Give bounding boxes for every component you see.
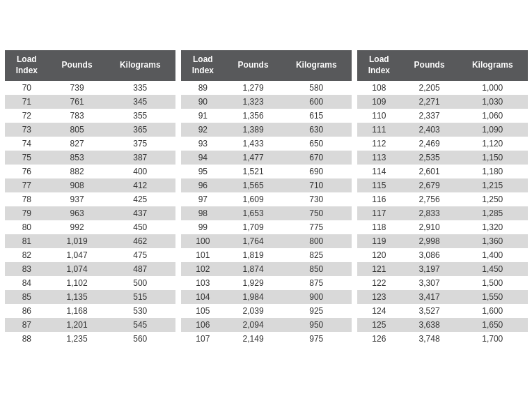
kilograms-cell: 730 [281,192,352,206]
pounds-cell: 1,709 [225,220,281,234]
kilograms-cell: 1,000 [457,81,528,95]
header-pounds: Pounds [49,50,105,80]
table-row: 1062,094950 [181,318,352,332]
kilograms-cell: 1,150 [457,151,528,165]
pounds-cell: 908 [49,178,105,192]
load-index-cell: 105 [181,304,226,318]
table-row: 77908412 [5,178,175,192]
kilograms-cell: 925 [281,304,352,318]
kilograms-cell: 1,215 [457,178,528,192]
table-row: 1162,7561,250 [357,192,528,206]
table-row: 76882400 [5,165,175,178]
kilograms-cell: 900 [281,290,352,304]
pounds-cell: 2,205 [401,81,457,95]
kilograms-cell: 365 [105,123,175,137]
load-index-cell: 122 [357,276,402,290]
load-index-cell: 84 [5,276,49,290]
table-row: 1192,9981,360 [357,234,528,248]
load-index-cell: 73 [5,123,49,137]
kilograms-cell: 1,550 [457,290,528,304]
load-index-cell: 110 [357,109,402,123]
load-index-cell: 104 [181,290,226,304]
pounds-cell: 2,039 [225,304,281,318]
tables-wrapper: LoadIndexPoundsKilograms7073933571761345… [5,50,528,345]
pounds-cell: 3,638 [401,318,457,332]
pounds-cell: 2,094 [225,318,281,332]
kilograms-cell: 1,060 [457,109,528,123]
table-row: 80992450 [5,220,175,234]
load-index-cell: 79 [5,206,49,220]
load-index-cell: 107 [181,332,226,346]
pounds-cell: 3,307 [401,276,457,290]
pounds-cell: 3,086 [401,248,457,262]
kilograms-cell: 345 [105,95,175,109]
kilograms-cell: 615 [281,109,352,123]
table-row: 1182,9101,320 [357,220,528,234]
kilograms-cell: 375 [105,137,175,151]
pounds-cell: 2,403 [401,123,457,137]
load-index-cell: 88 [5,332,49,346]
pounds-cell: 1,653 [225,206,281,220]
load-index-cell: 102 [181,262,226,276]
kilograms-cell: 1,500 [457,276,528,290]
load-index-cell: 109 [357,95,402,109]
pounds-cell: 963 [49,206,105,220]
table-row: 821,047475 [5,248,175,262]
table-row: 961,565710 [181,178,352,192]
load-index-cell: 126 [357,332,402,346]
pounds-cell: 1,074 [49,262,105,276]
pounds-cell: 1,929 [225,276,281,290]
pounds-cell: 1,201 [49,318,105,332]
load-index-cell: 77 [5,178,49,192]
load-index-cell: 70 [5,81,49,95]
load-index-cell: 71 [5,95,49,109]
table-row: 1001,764800 [181,234,352,248]
pounds-cell: 3,748 [401,332,457,346]
kilograms-cell: 670 [281,151,352,165]
table-row: 1263,7481,700 [357,332,528,346]
table-row: 941,477670 [181,151,352,165]
header-kilograms: Kilograms [457,50,528,80]
table-row: 1132,5351,150 [357,151,528,165]
pounds-cell: 1,433 [225,137,281,151]
kilograms-cell: 710 [281,178,352,192]
pounds-cell: 1,279 [225,81,281,95]
pounds-cell: 3,197 [401,262,457,276]
header-kilograms: Kilograms [105,50,175,80]
pounds-cell: 853 [49,151,105,165]
load-index-cell: 115 [357,178,402,192]
kilograms-cell: 387 [105,151,175,165]
header-load-index: LoadIndex [181,50,226,80]
load-index-cell: 94 [181,151,226,165]
load-index-cell: 116 [357,192,402,206]
kilograms-cell: 400 [105,165,175,178]
kilograms-cell: 1,650 [457,318,528,332]
table-row: 73805365 [5,123,175,137]
load-index-cell: 117 [357,206,402,220]
load-table-2: LoadIndexPoundsKilograms891,279580901,32… [181,50,352,345]
table-row: 951,521690 [181,165,352,178]
pounds-cell: 1,819 [225,248,281,262]
table-row: 1021,874850 [181,262,352,276]
kilograms-cell: 1,030 [457,95,528,109]
load-index-cell: 74 [5,137,49,151]
kilograms-cell: 412 [105,178,175,192]
pounds-cell: 2,535 [401,151,457,165]
pounds-cell: 2,998 [401,234,457,248]
pounds-cell: 827 [49,137,105,151]
header-load-index: LoadIndex [5,50,49,80]
load-index-cell: 91 [181,109,226,123]
kilograms-cell: 355 [105,109,175,123]
table-row: 831,074487 [5,262,175,276]
pounds-cell: 1,389 [225,123,281,137]
kilograms-cell: 750 [281,206,352,220]
load-index-cell: 86 [5,304,49,318]
table-row: 1092,2711,030 [357,95,528,109]
header-kilograms: Kilograms [281,50,352,80]
load-index-cell: 123 [357,290,402,304]
table-row: 70739335 [5,81,175,95]
kilograms-cell: 1,090 [457,123,528,137]
load-index-cell: 98 [181,206,226,220]
pounds-cell: 2,756 [401,192,457,206]
pounds-cell: 1,235 [49,332,105,346]
